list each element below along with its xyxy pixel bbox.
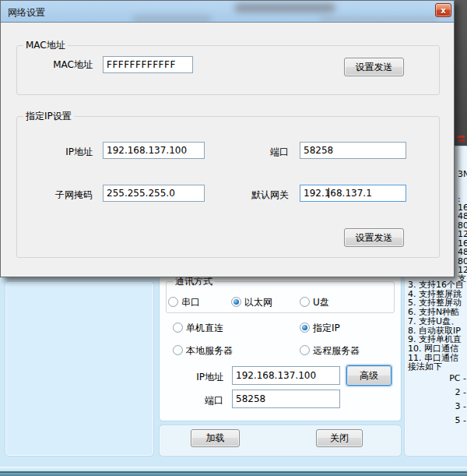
network-settings-dialog: 网络设置 x MAC地址 MAC地址 设置发送 指定IP设置 IP地址 端口 子…: [0, 0, 455, 277]
main-ip-label: IP地址: [146, 372, 223, 383]
ip-address-label: IP地址: [15, 146, 93, 157]
info-fragment: 3N: [458, 170, 467, 178]
radio-remote-server[interactable]: [300, 345, 310, 355]
info-fragment: 48: [458, 212, 467, 220]
load-button[interactable]: 加载: [191, 429, 240, 447]
radio-local-server[interactable]: [173, 345, 183, 355]
radio-serial-label[interactable]: 串口: [181, 297, 200, 308]
mac-input[interactable]: [103, 56, 193, 73]
window-bottom-border: [0, 473, 467, 476]
text-caret: [328, 188, 329, 198]
screen: 通讯方式 串口 以太网 U盘 单机直连 指定IP 本地服务器 远程服务器 IP地…: [0, 0, 467, 476]
mac-field-label: MAC地址: [15, 59, 93, 70]
radio-serial[interactable]: [168, 297, 178, 307]
radio-direct-connect-label[interactable]: 单机直连: [186, 323, 223, 333]
radio-ethernet-label[interactable]: 以太网: [244, 297, 272, 308]
radio-direct-connect[interactable]: [173, 323, 183, 333]
close-icon: x: [441, 6, 445, 15]
port-input[interactable]: [300, 142, 406, 159]
ip-group-caption: 指定IP设置: [23, 111, 74, 122]
gateway-label: 默认网关: [211, 189, 289, 200]
radio-specify-ip-label[interactable]: 指定IP: [313, 323, 340, 333]
mac-send-button[interactable]: 设置发送: [344, 58, 404, 76]
main-port-input[interactable]: [232, 390, 340, 408]
titlebar-blur-artifact: [320, 16, 437, 22]
info-fragment: 支: [458, 274, 466, 283]
info-line: 7. 支持U盘、: [408, 317, 467, 326]
main-ip-input[interactable]: [232, 366, 340, 385]
titlebar-blur-artifact: [133, 16, 211, 22]
info-fragment: 48: [458, 248, 467, 256]
radio-remote-server-label[interactable]: 远程服务器: [313, 345, 360, 356]
info-line: 10. 网口通信: [408, 344, 467, 354]
ip-send-button[interactable]: 设置发送: [344, 228, 404, 247]
red-artifact: [458, 139, 465, 142]
comm-mode-groupbox: 通讯方式: [166, 281, 395, 313]
gateway-input[interactable]: [300, 185, 406, 202]
info-fragment: 12: [458, 230, 467, 238]
dialog-title: 网络设置: [8, 6, 45, 19]
comm-mode-caption: 通讯方式: [173, 276, 215, 287]
titlebar-blur-artifact: [234, 3, 335, 12]
radio-udisk-label[interactable]: U盘: [313, 297, 329, 308]
dialog-close-button[interactable]: x: [435, 3, 451, 17]
close-window-button[interactable]: 关闭: [316, 429, 363, 447]
info-list: 3. 支持16个自4. 支持整屏跳5. 支持整屏动6. 支持N种酷7. 支持U盘…: [408, 280, 467, 372]
radio-local-server-label[interactable]: 本地服务器: [186, 345, 233, 356]
pin-line: 2 -: [406, 386, 466, 400]
main-port-label: 端口: [146, 395, 223, 406]
mac-group-caption: MAC地址: [23, 40, 68, 51]
red-artifact: [457, 136, 465, 138]
radio-udisk[interactable]: [300, 297, 310, 307]
radio-ethernet[interactable]: [231, 297, 241, 307]
pin-line: 3 -: [406, 400, 466, 414]
background-dark-area: [455, 0, 467, 146]
pin-line: PC -: [406, 372, 466, 386]
preview-panel: [5, 282, 153, 456]
pin-list: PC -2 -3 -5 -: [406, 372, 466, 428]
advanced-button[interactable]: 高级: [346, 365, 392, 386]
subnet-mask-label: 子网掩码: [15, 189, 93, 200]
info-line: 接法如下: [408, 362, 467, 372]
radio-specify-ip[interactable]: [300, 323, 310, 333]
port-label: 端口: [211, 146, 289, 157]
subnet-mask-input[interactable]: [103, 185, 205, 202]
pin-line: 5 -: [406, 414, 466, 428]
ip-address-input[interactable]: [103, 142, 205, 159]
dialog-titlebar[interactable]: 网络设置: [1, 1, 454, 23]
